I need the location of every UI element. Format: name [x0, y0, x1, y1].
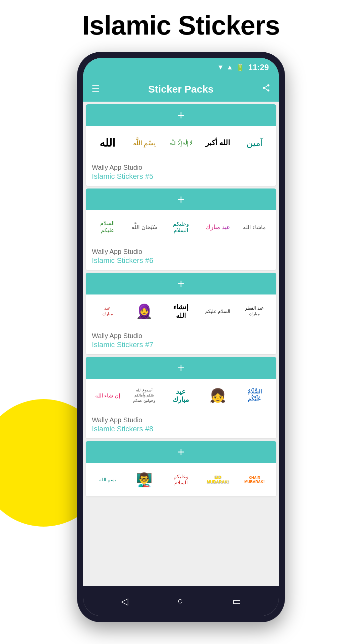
sticker-item: السلامعليكم [93, 215, 123, 239]
sticker-preview-row-9: بسم الله 👨‍🏫 وعليكمالسلام EIDMUBARAK! [86, 463, 276, 496]
sticker-item: لَا إِلَٰهَ إِلَّا اللَّه [166, 131, 196, 155]
app-bar: ☰ Sticker Packs [83, 76, 279, 102]
back-button[interactable]: ◁ [121, 596, 128, 607]
plus-icon-6: + [177, 193, 184, 207]
sticker-item: بسم الله [93, 468, 123, 491]
sticker-item: 👧 [203, 384, 233, 407]
sticker-pack-card-5: + الله بِسْمِ اللَّه لَا إِلَٰهَ إِلَّا … [86, 104, 276, 186]
sticker-item: السلام عليكم [203, 300, 233, 323]
plus-icon-8: + [177, 361, 184, 375]
add-button-9[interactable]: + [86, 441, 276, 463]
sticker-item: 👨‍🏫 [129, 468, 159, 491]
menu-icon[interactable]: ☰ [92, 84, 100, 95]
sticker-item: عيد الفطرمبارك [239, 300, 269, 323]
sticker-item: بِسْمِ اللَّه [129, 131, 159, 155]
sticker-item: السَّلَامُعَلَيْكُم [239, 384, 269, 407]
sticker-pack-card-7: + عيدمبارك 🧕 إنشاءالله السلام [86, 273, 276, 354]
add-button-5[interactable]: + [86, 104, 276, 126]
status-time: 11:29 [248, 63, 269, 72]
pack-studio-7: Wally App Studio [92, 332, 270, 340]
add-button-7[interactable]: + [86, 273, 276, 294]
sticker-item: عيد مبارك [203, 215, 233, 239]
wifi-icon: ▼ [217, 63, 224, 71]
pack-studio-8: Wally App Studio [92, 416, 270, 424]
phone-frame-container: ▼ ▲ 🔋 11:29 ☰ Sticker Packs [77, 52, 285, 622]
sticker-item: سُبْحَانَ اللَّه [129, 215, 159, 239]
sticker-pack-card-8: + إن شاء الله أشدوع اللهبنتكم وأماتكموخو… [86, 357, 276, 438]
sticker-item: ماشاء الله [239, 215, 269, 239]
sticker-item: KHAIRMUBARAK! [239, 468, 269, 491]
pack-name-8: Islamic Stickers #8 [92, 425, 270, 433]
sticker-item: إن شاء الله [93, 384, 123, 407]
content-area[interactable]: + الله بِسْمِ اللَّه لَا إِلَٰهَ إِلَّا … [83, 102, 279, 586]
signal-icon: ▲ [227, 63, 233, 71]
pack-info-8: Wally App Studio Islamic Stickers #8 [86, 412, 276, 438]
pack-info-5: Wally App Studio Islamic Stickers #5 [86, 160, 276, 186]
share-icon[interactable] [262, 84, 270, 95]
sticker-item: 🧕 [129, 300, 159, 323]
status-icons: ▼ ▲ 🔋 [217, 63, 244, 71]
plus-icon-5: + [177, 108, 184, 122]
add-button-8[interactable]: + [86, 357, 276, 379]
sticker-item: EIDMUBARAK! [203, 468, 233, 491]
sticker-preview-row-6: السلامعليكم سُبْحَانَ اللَّه وعليكم السل… [86, 210, 276, 244]
sticker-item: عيدمبارك [93, 300, 123, 323]
status-bar: ▼ ▲ 🔋 11:29 [83, 58, 279, 76]
add-button-6[interactable]: + [86, 189, 276, 210]
pack-name-7: Islamic Stickers #7 [92, 340, 270, 349]
pack-studio-6: Wally App Studio [92, 248, 270, 256]
sticker-preview-row-5: الله بِسْمِ اللَّه لَا إِلَٰهَ إِلَّا ال… [86, 126, 276, 160]
recent-button[interactable]: ▭ [232, 596, 241, 607]
sticker-item: أشدوع اللهبنتكم وأماتكموخواتين عندكم [129, 384, 159, 407]
sticker-item: إنشاءالله [166, 300, 196, 323]
phone-screen: ▼ ▲ 🔋 11:29 ☰ Sticker Packs [83, 58, 279, 616]
plus-icon-9: + [177, 445, 184, 459]
sticker-item: عيدمبارك [166, 384, 196, 407]
battery-icon: 🔋 [236, 63, 244, 71]
sticker-preview-row-8: إن شاء الله أشدوع اللهبنتكم وأماتكموخوات… [86, 379, 276, 412]
phone-frame: ▼ ▲ 🔋 11:29 ☰ Sticker Packs [77, 52, 285, 622]
pack-studio-5: Wally App Studio [92, 164, 270, 171]
pack-info-6: Wally App Studio Islamic Stickers #6 [86, 244, 276, 270]
page-title: Islamic Stickers [0, 0, 362, 48]
home-button[interactable]: ○ [178, 596, 183, 606]
sticker-item: آمين [239, 131, 269, 155]
sticker-item: وعليكمالسلام [166, 468, 196, 491]
sticker-pack-card-9: + بسم الله 👨‍🏫 وعليكمالسلام E [86, 441, 276, 496]
pack-info-7: Wally App Studio Islamic Stickers #7 [86, 328, 276, 354]
app-bar-title: Sticker Packs [148, 84, 214, 95]
pack-name-6: Islamic Stickers #6 [92, 256, 270, 265]
bottom-nav: ◁ ○ ▭ [83, 586, 279, 616]
plus-icon-7: + [177, 277, 184, 291]
sticker-item: وعليكم السلام [166, 215, 196, 239]
sticker-item: الله أكبر [203, 131, 233, 155]
pack-name-5: Islamic Stickers #5 [92, 172, 270, 181]
sticker-item: الله [93, 131, 123, 155]
sticker-pack-card-6: + السلامعليكم سُبْحَانَ اللَّه وعليكم ال… [86, 189, 276, 270]
sticker-preview-row-7: عيدمبارك 🧕 إنشاءالله السلام عليكم عيد ا [86, 294, 276, 328]
